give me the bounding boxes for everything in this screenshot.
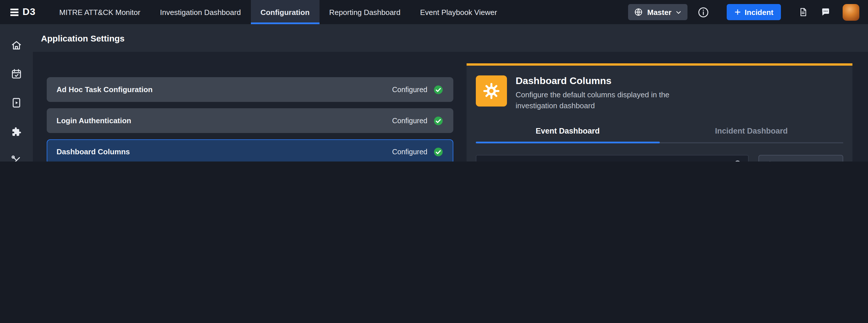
- panel-accent-bar: [467, 63, 852, 66]
- app: D3 MITRE ATT&CK Monitor Investigation Da…: [0, 0, 868, 162]
- status-text: Configured: [392, 85, 427, 94]
- topbar-right: Master Incident: [628, 4, 859, 21]
- gear-icon: [483, 82, 500, 100]
- setting-label: Dashboard Columns: [57, 147, 130, 156]
- panel-body: Dashboard Columns Configure the default …: [467, 66, 852, 162]
- d3-logo[interactable]: D3: [10, 6, 35, 18]
- status-text: Configured: [392, 148, 427, 156]
- plus-icon: [734, 9, 741, 15]
- tab-event-dashboard[interactable]: Event Dashboard: [476, 127, 659, 142]
- setting-dashboard-columns[interactable]: Dashboard Columns Configured: [47, 139, 453, 162]
- custom-column-label: Custom Column: [777, 160, 835, 162]
- nav-reporting-dashboard[interactable]: Reporting Dashboard: [319, 0, 410, 24]
- settings-list: Ad Hoc Task Configuration Configured Log…: [47, 52, 453, 162]
- rail-item-playbook[interactable]: [0, 88, 33, 117]
- search-wrap: [476, 154, 748, 162]
- rail-item-utilities[interactable]: [0, 146, 33, 162]
- calendar-check-icon: [10, 68, 23, 80]
- puzzle-icon: [10, 125, 23, 137]
- setting-label: Ad Hoc Task Configuration: [57, 85, 153, 94]
- d3-logo-bars-icon: [10, 8, 20, 16]
- detail-header: Dashboard Columns Configure the default …: [476, 66, 843, 111]
- configured-check-icon: [433, 84, 443, 95]
- chat-button[interactable]: [820, 7, 831, 17]
- info-button[interactable]: [697, 6, 709, 18]
- detail-panel: Dashboard Columns Configure the default …: [467, 63, 852, 162]
- info-icon: [697, 6, 709, 18]
- dashboard-tabs: Event Dashboard Incident Dashboard: [476, 127, 843, 143]
- topbar: D3 MITRE ATT&CK Monitor Investigation Da…: [0, 0, 868, 24]
- search-input[interactable]: [476, 154, 748, 162]
- nav-event-playbook-viewer[interactable]: Event Playbook Viewer: [410, 0, 507, 24]
- document-icon: [798, 7, 808, 17]
- nav-configuration[interactable]: Configuration: [251, 0, 319, 24]
- page-title: Application Settings: [41, 33, 125, 43]
- report-play-icon: [10, 97, 23, 109]
- logo-text: D3: [23, 6, 35, 18]
- detail-header-text: Dashboard Columns Configure the default …: [516, 75, 709, 111]
- plus-icon: [766, 160, 773, 162]
- configured-check-icon: [433, 147, 443, 157]
- configured-check-icon: [433, 115, 443, 126]
- main-nav: MITRE ATT&CK Monitor Investigation Dashb…: [49, 0, 507, 24]
- globe-icon: [634, 7, 643, 17]
- status-text: Configured: [392, 117, 427, 124]
- tab-incident-dashboard[interactable]: Incident Dashboard: [659, 127, 843, 142]
- setting-ad-hoc-task-configuration[interactable]: Ad Hoc Task Configuration Configured: [47, 77, 453, 102]
- rail-item-home[interactable]: [0, 31, 33, 59]
- home-icon: [10, 39, 23, 51]
- main-area: Application Settings Ad Hoc Task Configu…: [33, 24, 868, 162]
- master-label: Master: [647, 8, 671, 16]
- icon-rail: [0, 24, 33, 162]
- new-incident-button[interactable]: Incident: [727, 4, 781, 20]
- detail-subtitle: Configure the default columns displayed …: [516, 90, 709, 111]
- active-tab-indicator: [476, 141, 659, 143]
- search-icon: [733, 158, 743, 162]
- chat-icon: [820, 7, 831, 17]
- setting-icon-box: [476, 75, 507, 107]
- chevron-down-icon: [675, 9, 682, 15]
- tools-icon: [10, 154, 23, 162]
- incident-label: Incident: [745, 8, 773, 16]
- table-toolbar: Custom Column: [476, 154, 843, 162]
- body: Application Settings Ad Hoc Task Configu…: [0, 24, 868, 162]
- setting-label: Login Authentication: [57, 116, 131, 125]
- nav-mitre-attack-monitor[interactable]: MITRE ATT&CK Monitor: [49, 0, 150, 24]
- content: Ad Hoc Task Configuration Configured Log…: [33, 52, 868, 162]
- detail-title: Dashboard Columns: [516, 75, 709, 87]
- page-header: Application Settings: [33, 24, 868, 52]
- nav-investigation-dashboard[interactable]: Investigation Dashboard: [150, 0, 251, 24]
- master-dropdown[interactable]: Master: [628, 4, 687, 20]
- rail-item-integrations[interactable]: [0, 117, 33, 146]
- setting-login-authentication[interactable]: Login Authentication Configured: [47, 108, 453, 133]
- custom-column-button[interactable]: Custom Column: [758, 154, 843, 162]
- rail-item-calendar[interactable]: [0, 59, 33, 88]
- user-avatar[interactable]: [843, 4, 859, 21]
- document-button[interactable]: [798, 7, 808, 17]
